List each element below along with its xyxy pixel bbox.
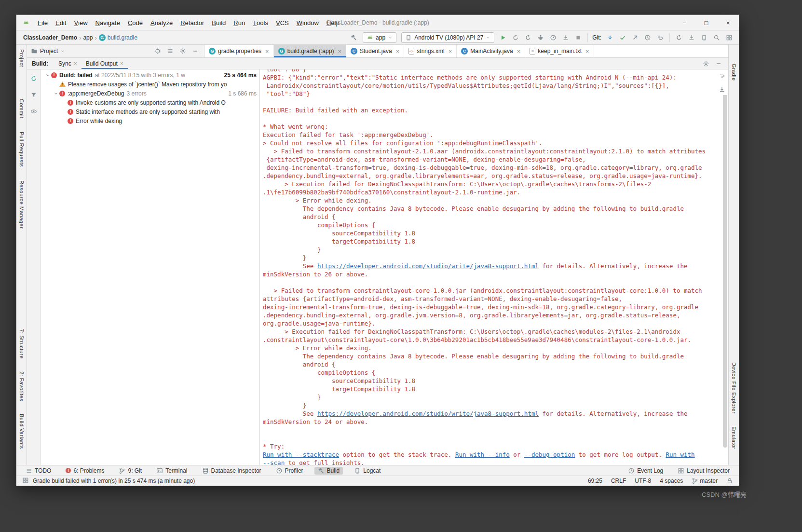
menu-file[interactable]: File bbox=[34, 15, 52, 30]
maximize-button[interactable]: □ bbox=[695, 15, 717, 30]
menu-view[interactable]: View bbox=[70, 15, 91, 30]
toolwindow-tab-database-inspector[interactable]: Database Inspector bbox=[199, 467, 265, 475]
profiler-icon[interactable] bbox=[547, 32, 559, 43]
console-link[interactable]: Run with --info bbox=[455, 451, 510, 458]
menu-vcs[interactable]: VCS bbox=[272, 15, 293, 30]
build-tree-row[interactable]: Invoke-customs are only supported starti… bbox=[41, 98, 259, 107]
menu-code[interactable]: Code bbox=[124, 15, 147, 30]
close-icon[interactable]: × bbox=[449, 48, 452, 55]
inspect-icon[interactable] bbox=[28, 106, 40, 117]
close-icon[interactable]: × bbox=[517, 48, 521, 55]
settings-icon[interactable] bbox=[700, 58, 712, 69]
menu-run[interactable]: Run bbox=[230, 15, 249, 30]
build-tree-row[interactable]: Please remove usages of `jcenter()` Mave… bbox=[41, 80, 259, 89]
build-tree-row[interactable]: Build: failedat 2022/5/11 8:15 with 3 er… bbox=[41, 70, 259, 80]
sdk-manager-icon[interactable] bbox=[686, 32, 697, 43]
toolwindow-button-pull-requests[interactable]: Pull Requests bbox=[19, 128, 25, 170]
apply-code-changes-icon[interactable] bbox=[522, 32, 534, 43]
restart-build-icon[interactable] bbox=[28, 73, 40, 84]
run-config-select[interactable]: app bbox=[363, 32, 396, 43]
editor-tab-build-gradle-app[interactable]: Gbuild.gradle (:app)× bbox=[274, 45, 346, 57]
status-item-crlf[interactable]: CRLF bbox=[611, 477, 626, 484]
menu-window[interactable]: Window bbox=[293, 15, 323, 30]
close-icon[interactable]: × bbox=[265, 48, 269, 55]
build-tree-row[interactable]: :app:mergeDexDebug3 errors1 s 686 ms bbox=[41, 89, 259, 98]
menu-tools[interactable]: Tools bbox=[249, 15, 272, 30]
close-icon[interactable]: × bbox=[396, 48, 400, 55]
lock-icon[interactable] bbox=[726, 477, 733, 484]
hide-icon[interactable] bbox=[190, 46, 201, 56]
soft-wrap-icon[interactable] bbox=[716, 71, 728, 82]
menu-refactor[interactable]: Refactor bbox=[177, 15, 208, 30]
project-panel-header[interactable]: Project bbox=[27, 45, 204, 57]
quick-access-icon[interactable] bbox=[22, 477, 29, 484]
editor-tab-gradle-properties[interactable]: Ggradle.properties× bbox=[204, 45, 274, 57]
toolwindow-button-gradle[interactable]: Gradle bbox=[731, 60, 737, 84]
status-item-4-spaces[interactable]: 4 spaces bbox=[660, 477, 683, 484]
build-tab-sync[interactable]: Sync× bbox=[54, 58, 82, 69]
history-icon[interactable] bbox=[642, 32, 653, 43]
close-button[interactable]: × bbox=[717, 15, 739, 30]
menu-navigate[interactable]: Navigate bbox=[92, 15, 124, 30]
hammer-icon[interactable] bbox=[348, 32, 360, 43]
console-link[interactable]: Run with --stacktrace bbox=[263, 451, 339, 458]
toolwindow-button-build-variants[interactable]: Build Variants bbox=[19, 410, 25, 452]
toolwindow-button-resource-manager[interactable]: Resource Manager bbox=[19, 177, 25, 232]
chevron-down-icon[interactable] bbox=[53, 91, 59, 96]
editor-tab-strings-xml[interactable]: <>strings.xml× bbox=[404, 45, 457, 57]
minimize-button[interactable]: − bbox=[674, 15, 695, 30]
settings-icon[interactable] bbox=[177, 46, 189, 56]
status-message[interactable]: Gradle build failed with 1 error(s) in 2… bbox=[33, 477, 195, 484]
status-item-utf-8[interactable]: UTF-8 bbox=[635, 477, 651, 484]
breadcrumb-item-build-gradle[interactable]: Gbuild.gradle bbox=[99, 34, 137, 41]
console-link[interactable]: --debug option bbox=[524, 451, 575, 458]
toolwindow-layout-icon[interactable] bbox=[723, 32, 735, 43]
menu-edit[interactable]: Edit bbox=[52, 15, 70, 30]
toolwindow-tab-profiler[interactable]: Profiler bbox=[272, 467, 307, 475]
locate-icon[interactable] bbox=[152, 46, 163, 56]
attach-debugger-icon[interactable] bbox=[560, 32, 571, 43]
title-bar[interactable]: FileEditViewNavigateCodeAnalyzeRefactorB… bbox=[16, 15, 739, 31]
breadcrumb-item-app[interactable]: app bbox=[83, 34, 93, 41]
rollback-icon[interactable] bbox=[654, 32, 666, 43]
toolwindow-tab-9-git[interactable]: 9: Git bbox=[115, 467, 145, 475]
build-tree-row[interactable]: Error while dexing bbox=[41, 116, 259, 125]
toolwindow-tab-event-log[interactable]: Event Log bbox=[625, 467, 666, 475]
toolwindow-tab-layout-inspector[interactable]: Layout Inspector bbox=[674, 467, 733, 475]
update-project-icon[interactable] bbox=[604, 32, 616, 43]
editor-tab-mainactivity-java[interactable]: CMainActivity.java× bbox=[457, 45, 525, 57]
git-branch-widget[interactable]: master bbox=[692, 477, 718, 484]
console-link[interactable]: https://developer.android.com/studio/wri… bbox=[317, 410, 539, 417]
console-link[interactable]: --scan bbox=[263, 459, 285, 465]
console-link[interactable]: https://developer.android.com/studio/wri… bbox=[317, 262, 539, 270]
editor-tab-keep-in-main-txt[interactable]: ≡keep_in_main.txt× bbox=[525, 45, 594, 57]
sync-project-icon[interactable] bbox=[673, 32, 685, 43]
scrollbar-thumb[interactable] bbox=[723, 91, 727, 448]
close-icon[interactable]: × bbox=[585, 48, 589, 55]
stop-icon[interactable] bbox=[572, 32, 584, 43]
toolwindow-button-commit[interactable]: Commit bbox=[19, 95, 25, 122]
toolwindow-button-2-favorites[interactable]: 2: Favorites bbox=[19, 368, 25, 405]
filter-icon[interactable] bbox=[28, 90, 40, 100]
toolwindow-tab-build[interactable]: Build bbox=[314, 467, 343, 475]
toolwindow-button-device-file-explorer[interactable]: Device File Explorer bbox=[731, 359, 737, 417]
push-icon[interactable] bbox=[629, 32, 641, 43]
toolwindow-tab-todo[interactable]: TODO bbox=[22, 467, 54, 475]
toolwindow-tab-logcat[interactable]: Logcat bbox=[351, 467, 384, 475]
toolwindow-button-emulator[interactable]: Emulator bbox=[731, 423, 737, 452]
scroll-to-end-icon[interactable] bbox=[716, 84, 728, 95]
run-icon[interactable] bbox=[497, 32, 509, 43]
build-tree-row[interactable]: Static interface methods are only suppor… bbox=[41, 107, 259, 116]
chevron-down-icon[interactable] bbox=[44, 73, 51, 78]
close-icon[interactable]: × bbox=[120, 60, 123, 67]
toolwindow-button-7-structure[interactable]: 7: Structure bbox=[19, 326, 25, 362]
toolwindow-button-project[interactable]: Project bbox=[19, 46, 25, 70]
toolwindow-tab-terminal[interactable]: Terminal bbox=[153, 467, 190, 475]
minimize-panel-icon[interactable] bbox=[713, 58, 724, 69]
menu-build[interactable]: Build bbox=[208, 15, 230, 30]
console-link[interactable]: Run with bbox=[666, 451, 694, 458]
status-item-69-25[interactable]: 69:25 bbox=[588, 477, 602, 484]
editor-tab-student-java[interactable]: CStudent.java× bbox=[346, 45, 404, 57]
search-everywhere-icon[interactable] bbox=[711, 32, 722, 43]
debug-icon[interactable] bbox=[535, 32, 546, 43]
